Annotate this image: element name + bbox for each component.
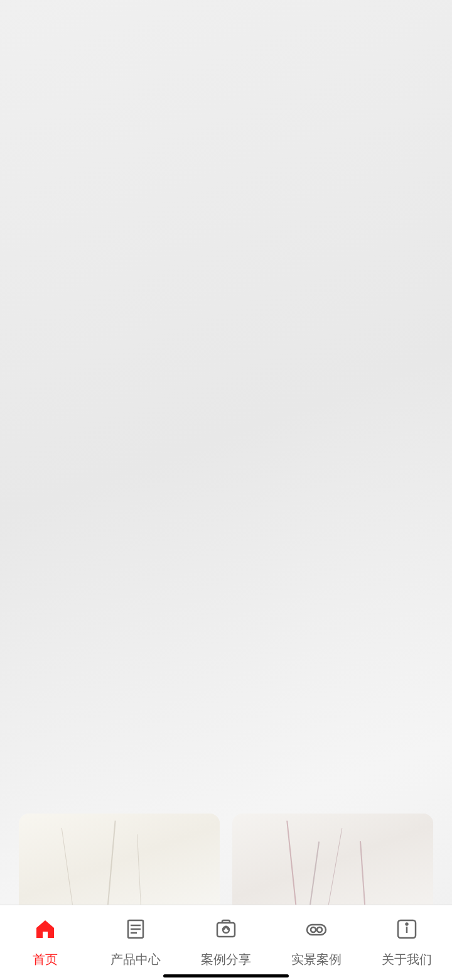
nav-label-product: 产品中心 — [110, 951, 161, 968]
nav-item-home[interactable]: 首页 — [0, 905, 90, 980]
nav-item-about[interactable]: 关于我们 — [362, 905, 452, 980]
about-icon — [396, 918, 418, 946]
bottom-indicator — [0, 976, 452, 980]
p2-texture — [232, 579, 433, 801]
svg-point-7 — [311, 927, 316, 932]
svg-point-8 — [317, 927, 322, 932]
svg-point-12 — [406, 923, 408, 925]
svg-rect-4 — [217, 923, 235, 937]
home-indicator-bar — [163, 974, 289, 977]
vr-icon — [305, 918, 328, 946]
app-container: 上午9:55 0.1K/s ⚡ HD 📶 86 强辉陶瓷 ··· ⊙ QHTC强… — [0, 0, 452, 980]
nav-label-vr: 实景案例 — [291, 951, 342, 968]
product-icon — [124, 918, 147, 946]
nav-item-vr[interactable]: 实景案例 — [271, 905, 362, 980]
nav-item-product[interactable]: 产品中心 — [90, 905, 181, 980]
bottom-nav: 首页 产品中心 案例分享 — [0, 905, 452, 980]
case-icon — [215, 918, 237, 946]
nav-label-about: 关于我们 — [382, 951, 432, 968]
nav-label-home: 首页 — [33, 951, 58, 968]
product-image-2 — [232, 579, 433, 717]
nav-item-case[interactable]: 案例分享 — [181, 905, 271, 980]
product-card-2[interactable]: QHA802606X210 太空米白 艾特思岩板大板 — [232, 579, 433, 801]
home-icon — [34, 918, 56, 946]
nav-label-case: 案例分享 — [201, 951, 251, 968]
